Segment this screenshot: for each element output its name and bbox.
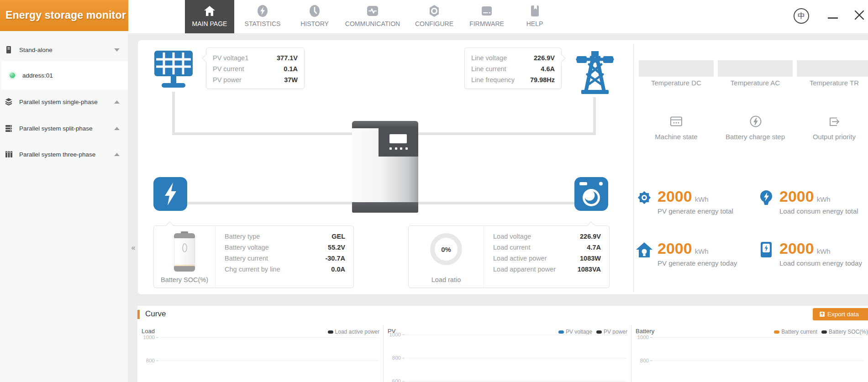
chart-load-title: Load <box>142 328 155 335</box>
sidebar-item-parallel-split-phase[interactable]: Parallel system split-phase <box>0 120 128 137</box>
battery-voltage-label: Battery voltage <box>225 242 269 253</box>
tab-statistics[interactable]: STATISTICS <box>234 0 291 33</box>
chart-load: Load Load active power 1000 800 <box>137 325 383 382</box>
y-tick: 800 <box>635 358 863 363</box>
pv-power-label: PV power <box>213 74 242 85</box>
machine-state-icon <box>669 114 684 129</box>
dashboard-card: PV voltage1377.1V PV current0.1A PV powe… <box>137 40 868 295</box>
battery-icon <box>153 176 188 212</box>
pv-current-value: 0.1A <box>284 63 298 74</box>
line-voltage-value: 226.9V <box>534 52 555 63</box>
chevron-up-icon <box>114 100 120 104</box>
chart-battery: Battery Battery current Battery SOC(%) 1… <box>631 325 868 382</box>
pv-current-label: PV current <box>213 63 244 74</box>
book-icon <box>528 3 542 19</box>
tab-main-page[interactable]: MAIN PAGE <box>185 0 234 33</box>
energy-number: 2000 <box>658 188 692 205</box>
sidebar-item-parallel-single-phase[interactable]: Parallel system single-phase <box>0 93 128 110</box>
chevron-up-icon <box>114 153 120 156</box>
temperature-ac-bar <box>718 60 793 77</box>
battery-current-label: Battery current <box>225 253 268 264</box>
server-columns-icon <box>5 150 13 158</box>
load-total-value: 2000kWh <box>779 188 831 207</box>
tab-configure[interactable]: CONFIGURE <box>407 0 462 33</box>
sidebar-item-label: Parallel system three-phase <box>19 151 114 158</box>
load-apparent-power-label: Load apparent power <box>493 264 556 275</box>
layers-icon <box>5 98 13 106</box>
section-accent-bar <box>137 310 140 319</box>
export-data-button[interactable]: Export data <box>813 308 868 320</box>
load-ratio-gauge: 0% <box>430 233 462 265</box>
temperature-ac-label: Temperature AC <box>718 79 793 87</box>
language-toggle-button[interactable]: 中 <box>794 8 809 24</box>
machine-state-label: Machine state <box>639 133 714 141</box>
nav-label: COMMUNICATION <box>345 20 400 27</box>
bulb-bolt-icon <box>757 188 775 207</box>
load-panel-left: 0% Load ratio <box>409 226 484 288</box>
inverter-device <box>352 121 418 213</box>
legend-label: Load active power <box>335 329 379 335</box>
language-label: 中 <box>798 11 805 21</box>
legend-battery-current[interactable]: Battery current <box>774 329 817 335</box>
nav-label: STATISTICS <box>245 20 281 27</box>
sidebar-item-address-01[interactable]: address:01 <box>1 61 128 89</box>
inverter-buttons <box>389 147 408 150</box>
sidebar-collapse-handle[interactable]: « <box>129 241 137 255</box>
legend-label: Battery current <box>781 329 817 335</box>
load-current-value: 4.7A <box>587 242 601 253</box>
minimize-button[interactable] <box>828 17 838 19</box>
battery-panel-left: Battery SOC(%) <box>154 226 216 288</box>
legend-battery-soc[interactable]: Battery SOC(%) <box>821 329 868 335</box>
sidebar-item-parallel-three-phase[interactable]: Parallel system three-phase <box>0 146 128 163</box>
temperature-tr-label: Temperature TR <box>797 79 868 87</box>
y-tick: 800 <box>387 355 626 361</box>
pv-today-label: PV generate energy today <box>658 259 737 267</box>
status-dot-icon <box>9 72 16 79</box>
pv-voltage-value: 377.1V <box>277 52 298 63</box>
close-button[interactable] <box>854 10 865 21</box>
line-frequency-value: 79.98Hz <box>530 74 555 85</box>
hard-drive-icon <box>480 3 494 19</box>
nav-label: MAIN PAGE <box>192 20 227 27</box>
sidebar-item-stand-alone[interactable]: Stand-alone <box>0 41 128 58</box>
chg-current-value: 0.0A <box>331 264 345 275</box>
energy-unit: kWh <box>817 195 831 203</box>
export-label: Export data <box>827 311 859 318</box>
main-nav: MAIN PAGE STATISTICS HISTORY COMMUNICATI… <box>185 0 558 33</box>
battery-charge-step-icon <box>748 114 763 129</box>
energy-number: 2000 <box>658 240 692 257</box>
battery-type-label: Battery type <box>225 231 260 242</box>
temperature-dc-bar <box>639 60 714 77</box>
y-tick: 800 <box>141 358 379 363</box>
line-info-box: Line voltage226.9V Line current4.6A Line… <box>464 47 562 89</box>
charge-meter-icon <box>757 241 775 259</box>
tab-communication[interactable]: COMMUNICATION <box>338 0 407 33</box>
tab-firmware[interactable]: FIRMWARE <box>462 0 512 33</box>
load-apparent-power-value: 1083VA <box>578 264 601 275</box>
battery-charge-step-label: Battery charge step <box>718 133 793 141</box>
sidebar-item-label: address:01 <box>22 72 53 79</box>
load-today-value: 2000kWh <box>779 241 831 259</box>
sidebar-item-label: Stand-alone <box>19 47 114 53</box>
pointer-tail <box>557 54 565 62</box>
load-voltage-value: 226.9V <box>580 231 601 242</box>
legend-load-active-power[interactable]: Load active power <box>328 329 379 335</box>
load-active-power-value: 1083W <box>580 253 601 264</box>
pipe <box>172 92 175 135</box>
chart-battery-title: Battery <box>636 328 654 335</box>
output-priority-icon <box>827 114 842 129</box>
main-area: « PV voltage1377.1V PV current0.1A PV <box>128 33 868 382</box>
pv-power-value: 37W <box>284 74 298 85</box>
energy-unit: kWh <box>695 195 709 203</box>
chart-pv: PV PV voltage PV power 1000 800 600 <box>383 325 631 382</box>
battery-current-value: -30.7A <box>325 253 345 264</box>
chg-current-label: Chg current by line <box>225 264 280 275</box>
activity-icon <box>366 3 379 19</box>
tab-help[interactable]: HELP <box>512 0 558 33</box>
temperature-tr-bar <box>797 60 868 77</box>
legend-dot <box>821 330 827 334</box>
chevron-up-icon <box>114 127 120 130</box>
curve-section: Curve Export data Load Load active power… <box>137 306 868 382</box>
inverter-screen <box>389 134 407 143</box>
tab-history[interactable]: HISTORY <box>291 0 338 33</box>
